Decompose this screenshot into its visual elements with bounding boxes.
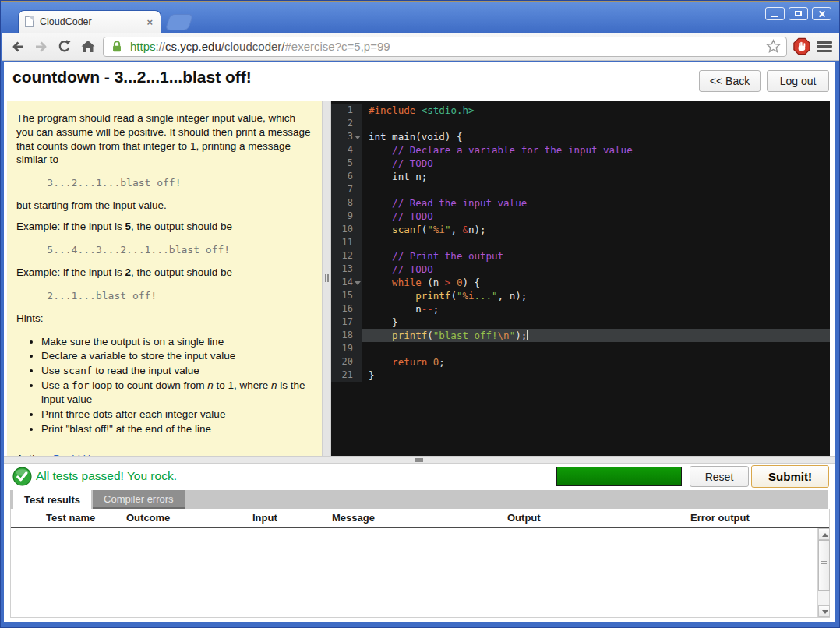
scroll-up-button[interactable]	[818, 528, 830, 540]
code-line[interactable]: 18 printf("blast off!\n");	[331, 329, 830, 342]
code-line[interactable]: 12 // Print the output	[331, 249, 830, 263]
line-number[interactable]: 18	[331, 329, 362, 342]
code-line[interactable]: 10 scanf("%i", &n);	[331, 223, 830, 236]
arrow-down-icon	[822, 610, 828, 614]
code-line[interactable]: 11	[331, 236, 830, 249]
code-editor[interactable]: 1#include <stdio.h>23int main(void) {4 /…	[331, 101, 830, 456]
page-icon	[25, 16, 34, 27]
line-number[interactable]: 9	[331, 210, 362, 223]
browser-toolbar: https://cs.ycp.edu/cloudcoder/#exercise?…	[2, 33, 840, 61]
code-line[interactable]: 9 // TODO	[331, 210, 830, 223]
problem-blocks: The program should read a single integer…	[16, 111, 312, 436]
code-line[interactable]: 13 // TODO	[331, 263, 830, 276]
horizontal-splitter[interactable]	[4, 456, 835, 464]
tab-close-icon[interactable]: ×	[145, 16, 154, 28]
line-number[interactable]: 15	[331, 289, 362, 302]
code-line[interactable]: 1#include <stdio.h>	[331, 104, 830, 117]
code-line[interactable]: 4 // Declare a variable for the input va…	[331, 143, 830, 157]
text-segment: Make sure the output is on a single line	[41, 336, 224, 348]
line-number[interactable]: 5	[331, 157, 362, 170]
star-icon[interactable]	[764, 38, 782, 55]
splitter-grip-icon	[325, 274, 326, 282]
code-line[interactable]: 19	[331, 342, 830, 355]
scroll-down-button[interactable]	[818, 605, 830, 617]
text-cursor	[527, 330, 528, 340]
lock-icon[interactable]	[108, 38, 125, 55]
url-text[interactable]: https://cs.ycp.edu/cloudcoder/#exercise?…	[130, 40, 760, 53]
text-segment: n	[271, 379, 277, 391]
line-number[interactable]: 20	[331, 355, 362, 369]
vertical-splitter[interactable]	[322, 101, 331, 456]
line-number[interactable]: 6	[331, 170, 362, 183]
new-tab-button[interactable]	[165, 14, 194, 30]
code-line[interactable]: 14 while (n > 0) {	[331, 276, 830, 289]
code-line[interactable]: 5 // TODO	[331, 157, 830, 170]
line-number[interactable]: 13	[331, 263, 362, 276]
reload-icon[interactable]	[56, 38, 73, 55]
sample-output: 2...1...blast off!	[23, 290, 312, 302]
line-number[interactable]: 19	[331, 342, 362, 355]
back-icon[interactable]	[9, 38, 26, 55]
code-line[interactable]: 7	[331, 183, 830, 196]
close-window-button[interactable]	[812, 7, 831, 20]
reset-button[interactable]: Reset	[690, 466, 749, 487]
code-line[interactable]: 6 int n;	[331, 170, 830, 183]
code-line[interactable]: 3int main(void) {	[331, 130, 830, 143]
fold-arrow-icon[interactable]	[355, 281, 361, 285]
fold-arrow-icon[interactable]	[355, 136, 361, 139]
line-number[interactable]: 12	[331, 249, 362, 263]
stop-hand-extension-icon[interactable]	[793, 38, 810, 55]
tab-test-results[interactable]: Test results	[13, 490, 91, 509]
line-number[interactable]: 10	[331, 223, 362, 236]
home-icon[interactable]	[79, 38, 97, 55]
submit-button[interactable]: Submit!	[751, 465, 829, 488]
results-scrollbar[interactable]	[817, 528, 829, 617]
scrollbar-thumb[interactable]	[818, 540, 830, 591]
line-number[interactable]: 1	[331, 104, 362, 117]
text-segment: Example: if the input is	[16, 221, 125, 232]
maximize-button[interactable]	[789, 7, 808, 20]
code-line[interactable]: 20 return 0;	[331, 355, 830, 369]
back-button[interactable]: << Back	[699, 70, 761, 92]
sample-output: 3...2...1...blast off!	[23, 177, 312, 189]
minimize-button[interactable]	[765, 7, 785, 20]
line-number[interactable]: 2	[331, 117, 362, 130]
line-number[interactable]: 21	[331, 369, 362, 382]
text-segment: The program should read a single integer…	[16, 112, 310, 165]
line-number[interactable]: 4	[331, 143, 362, 157]
text-segment: scanf	[63, 365, 93, 376]
line-number[interactable]: 3	[331, 130, 362, 143]
url-scheme: https	[130, 40, 156, 53]
line-number[interactable]: 17	[331, 316, 362, 329]
code-line[interactable]: 16 n--;	[331, 302, 830, 316]
text-segment: , the output should be	[131, 266, 232, 278]
check-circle-icon	[12, 467, 32, 489]
tab-compiler-errors[interactable]: Compiler errors	[93, 490, 185, 509]
line-number[interactable]: 16	[331, 302, 362, 316]
code-line[interactable]: 2	[331, 117, 830, 130]
line-number[interactable]: 8	[331, 196, 362, 210]
code-line[interactable]: 17 }	[331, 316, 830, 329]
code-line[interactable]: 21}	[331, 369, 830, 382]
divider	[16, 446, 312, 446]
menu-icon[interactable]	[817, 41, 832, 52]
hint-item: Declare a variable to store the input va…	[41, 349, 312, 363]
text-segment: Example: if the input is	[16, 266, 125, 278]
code-line[interactable]: 8 // Read the input value	[331, 196, 830, 210]
column-header: Output	[498, 512, 681, 524]
line-number[interactable]: 7	[331, 183, 362, 196]
browser-tab[interactable]: CloudCoder ×	[18, 10, 161, 33]
line-number[interactable]: 11	[331, 236, 362, 249]
line-number[interactable]: 14	[331, 276, 362, 289]
logout-button[interactable]: Log out	[767, 70, 829, 92]
text-segment: Print three dots after each integer valu…	[41, 408, 225, 420]
url-bar[interactable]: https://cs.ycp.edu/cloudcoder/#exercise?…	[103, 37, 787, 57]
arrow-up-icon	[822, 533, 828, 537]
text-segment: but starting from the input value.	[16, 199, 167, 211]
code-line[interactable]: 15 printf("%i...", n);	[331, 289, 830, 302]
test-results-panel: Test nameOutcomeInputMessageOutputError …	[10, 509, 830, 618]
forward-icon[interactable]	[33, 38, 50, 55]
tab-title: CloudCoder	[40, 16, 145, 27]
browser-window: CloudCoder × https://cs.ycp.edu/cloudcod…	[0, 0, 840, 628]
text-segment: Use	[41, 365, 63, 376]
